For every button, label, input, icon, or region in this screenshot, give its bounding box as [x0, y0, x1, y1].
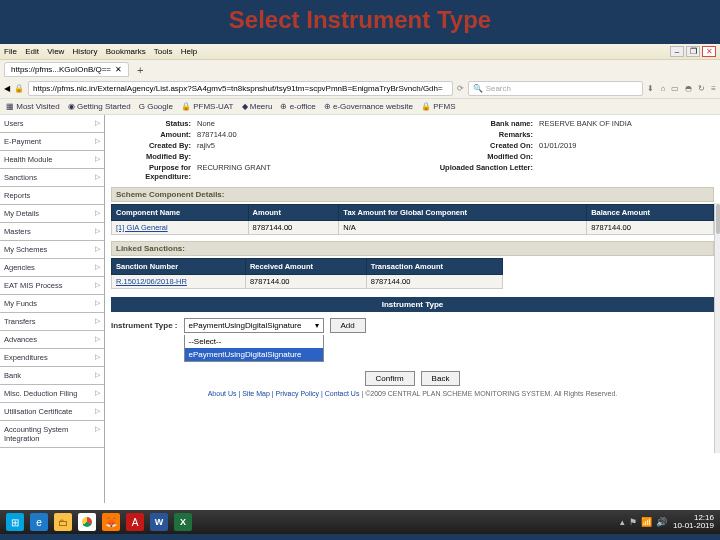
browser-tab[interactable]: https://pfms...KGoIOnB/Q== ✕ — [4, 62, 129, 77]
chevron-right-icon: ▷ — [95, 137, 100, 146]
sidebar-item-health[interactable]: Health Module▷ — [0, 151, 104, 169]
bookmark-pfms-uat[interactable]: 🔒 PFMS-UAT — [181, 102, 234, 111]
chevron-right-icon: ▷ — [95, 425, 100, 443]
confirm-button[interactable]: Confirm — [365, 371, 415, 386]
menu-edit[interactable]: Edit — [25, 47, 39, 56]
nav-back-icon[interactable]: ◀ — [4, 84, 10, 93]
url-bar: ◀ 🔒 https://pfms.nic.in/ExternalAgency/L… — [0, 79, 720, 99]
search-box[interactable]: 🔍 Search — [468, 81, 644, 96]
bookmark-pfms[interactable]: 🔒 PFMS — [421, 102, 455, 111]
sidebar-item-myfunds[interactable]: My Funds▷ — [0, 295, 104, 313]
tray-flag-icon[interactable]: ⚑ — [629, 517, 637, 527]
tray-arrow-icon[interactable]: ▴ — [620, 517, 625, 527]
chevron-right-icon: ▷ — [95, 227, 100, 236]
chevron-right-icon: ▷ — [95, 245, 100, 254]
createdby-value: rajiv5 — [197, 141, 377, 150]
bankname-label: Bank name: — [383, 119, 533, 128]
sidebar-item-reports[interactable]: Reports — [0, 187, 104, 205]
footer-links[interactable]: About Us | Site Map | Privacy Policy | C… — [208, 390, 360, 397]
bookmark-getting-started[interactable]: ◉ Getting Started — [68, 102, 131, 111]
th-received: Received Amount — [245, 259, 366, 275]
sidebar-item-users[interactable]: Users▷ — [0, 115, 104, 133]
component-link[interactable]: [1] GIA General — [116, 223, 168, 232]
home-icon[interactable]: ⌂ — [660, 84, 665, 93]
system-clock[interactable]: 12:16 10-01-2019 — [673, 514, 714, 530]
menu-icon[interactable]: ≡ — [711, 84, 716, 93]
bookmark-google[interactable]: G Google — [139, 102, 173, 111]
sidebar-item-agencies[interactable]: Agencies▷ — [0, 259, 104, 277]
sidebar-item-advances[interactable]: Advances▷ — [0, 331, 104, 349]
back-button[interactable]: Back — [421, 371, 461, 386]
bookmark-egov[interactable]: ⊕ e-Governance website — [324, 102, 413, 111]
th-amount: Amount — [248, 205, 339, 221]
menu-tools[interactable]: Tools — [154, 47, 173, 56]
sidebar-item-mydetails[interactable]: My Details▷ — [0, 205, 104, 223]
createdon-value: 01/01/2019 — [539, 141, 649, 150]
word-icon[interactable] — [150, 513, 168, 531]
scrollbar-thumb[interactable] — [716, 204, 720, 234]
address-field[interactable]: https://pfms.nic.in/ExternalAgency/List.… — [28, 81, 453, 96]
excel-icon[interactable] — [174, 513, 192, 531]
explorer-icon[interactable]: 🗀 — [54, 513, 72, 531]
bookmarks-icon[interactable]: ▭ — [671, 84, 679, 93]
search-icon: 🔍 — [473, 84, 483, 93]
new-tab-button[interactable]: + — [133, 64, 147, 76]
ie-icon[interactable]: e — [30, 513, 48, 531]
sidebar-item-acctsys[interactable]: Accounting System Integration▷ — [0, 421, 104, 448]
firefox-icon[interactable]: 🦊 — [102, 513, 120, 531]
page-footer: About Us | Site Map | Privacy Policy | C… — [111, 390, 714, 397]
purpose-value: RECURRING GRANT — [197, 163, 377, 181]
sanction-table: Sanction Number Received Amount Transact… — [111, 258, 503, 289]
scrollbar[interactable] — [714, 203, 720, 453]
cell-txn: 8787144.00 — [366, 275, 502, 289]
menu-view[interactable]: View — [47, 47, 64, 56]
chevron-right-icon: ▷ — [95, 155, 100, 164]
menu-bookmarks[interactable]: Bookmarks — [106, 47, 146, 56]
option-select[interactable]: --Select-- — [185, 335, 323, 348]
bookmark-meeru[interactable]: ◆ Meeru — [242, 102, 273, 111]
reload-icon[interactable]: ⟳ — [457, 84, 464, 93]
tray-sound-icon[interactable]: 🔊 — [656, 517, 667, 527]
close-button[interactable]: ✕ — [702, 46, 716, 57]
dropdown-value: ePaymentUsingDigitalSignature — [189, 321, 302, 330]
add-button[interactable]: Add — [330, 318, 366, 333]
bookmark-eoffice[interactable]: ⊕ e-office — [280, 102, 315, 111]
tab-close-icon[interactable]: ✕ — [115, 65, 122, 74]
restore-button[interactable]: ❐ — [686, 46, 700, 57]
chevron-right-icon: ▷ — [95, 209, 100, 218]
sync-icon[interactable]: ↻ — [698, 84, 705, 93]
slide-title: Select Instrument Type — [0, 0, 720, 44]
tab-strip: https://pfms...KGoIOnB/Q== ✕ + — [0, 60, 720, 79]
option-epayment-dsc[interactable]: ePaymentUsingDigitalSignature — [185, 348, 323, 361]
chrome-icon[interactable] — [78, 513, 96, 531]
sidebar-item-epayment[interactable]: E-Payment▷ — [0, 133, 104, 151]
sidebar-item-eatmis[interactable]: EAT MIS Process▷ — [0, 277, 104, 295]
sidebar-item-expenditures[interactable]: Expenditures▷ — [0, 349, 104, 367]
taskbar: ⊞ e 🗀 🦊 A ▴ ⚑ 📶 🔊 12:16 10-01-2019 — [0, 510, 720, 534]
sidebar-item-utilcert[interactable]: Utilisation Certificate▷ — [0, 403, 104, 421]
side-nav: Users▷ E-Payment▷ Health Module▷ Sanctio… — [0, 115, 105, 503]
modby-value — [197, 152, 377, 161]
bookmark-most-visited[interactable]: ▦ Most Visited — [6, 102, 60, 111]
minimize-button[interactable]: – — [670, 46, 684, 57]
tray-network-icon[interactable]: 📶 — [641, 517, 652, 527]
createdon-label: Created On: — [383, 141, 533, 150]
sidebar-item-bank[interactable]: Bank▷ — [0, 367, 104, 385]
sidebar-item-myschemes[interactable]: My Schemes▷ — [0, 241, 104, 259]
sidebar-item-transfers[interactable]: Transfers▷ — [0, 313, 104, 331]
instrument-type-select[interactable]: ePaymentUsingDigitalSignature ▾ --Select… — [184, 318, 324, 333]
scheme-section-title: Scheme Component Details: — [111, 187, 714, 202]
adobe-icon[interactable]: A — [126, 513, 144, 531]
sidebar-item-miscdeduction[interactable]: Misc. Deduction Filing▷ — [0, 385, 104, 403]
menu-history[interactable]: History — [73, 47, 98, 56]
pocket-icon[interactable]: ◓ — [685, 84, 692, 93]
sidebar-item-masters[interactable]: Masters▷ — [0, 223, 104, 241]
menu-help[interactable]: Help — [181, 47, 197, 56]
sidebar-item-sanctions[interactable]: Sanctions▷ — [0, 169, 104, 187]
chevron-right-icon: ▷ — [95, 335, 100, 344]
start-button[interactable]: ⊞ — [6, 513, 24, 531]
dropdown-options: --Select-- ePaymentUsingDigitalSignature — [184, 335, 324, 362]
sanction-link[interactable]: R.15012/06/2018-HR — [116, 277, 187, 286]
downloads-icon[interactable]: ⬇ — [647, 84, 654, 93]
menu-file[interactable]: File — [4, 47, 17, 56]
